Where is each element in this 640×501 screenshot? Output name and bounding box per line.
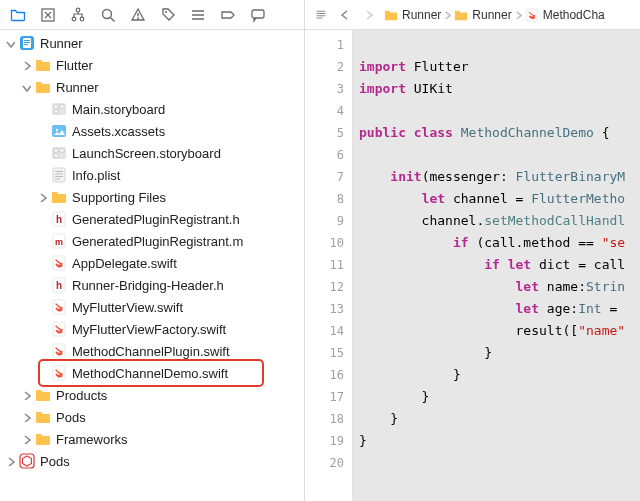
chevron-down-icon[interactable]: [20, 81, 32, 93]
code-line[interactable]: if let dict = call: [359, 254, 640, 276]
file-tree-item-label: AppDelegate.swift: [72, 256, 177, 271]
issue-navigator-tab[interactable]: [124, 3, 152, 27]
breadcrumb-item[interactable]: Runner: [453, 7, 511, 23]
chevron-right-icon: [443, 8, 451, 22]
swift-icon: [50, 320, 68, 338]
line-number: 13: [305, 298, 344, 320]
chevron-right-icon[interactable]: [20, 411, 32, 423]
chevron-right-icon[interactable]: [20, 59, 32, 71]
file-tree-item[interactable]: Supporting Files: [0, 186, 304, 208]
file-tree-item[interactable]: Pods: [0, 406, 304, 428]
pods-icon: [18, 452, 36, 470]
file-tree-item[interactable]: MyFlutterViewFactory.swift: [0, 318, 304, 340]
report-navigator-tab[interactable]: [244, 3, 272, 27]
line-number: 5: [305, 122, 344, 144]
storyboard-icon: [50, 100, 68, 118]
file-tree-item[interactable]: Info.plist: [0, 164, 304, 186]
nav-back-button[interactable]: [335, 5, 355, 25]
code-line[interactable]: }: [359, 342, 640, 364]
chevron-right-icon[interactable]: [20, 389, 32, 401]
test-navigator-tab[interactable]: [154, 3, 182, 27]
code-line[interactable]: [359, 34, 640, 56]
nav-forward-button[interactable]: [359, 5, 379, 25]
chevron-right-icon: [514, 8, 522, 22]
code-line[interactable]: let age:Int =: [359, 298, 640, 320]
code-line[interactable]: }: [359, 364, 640, 386]
file-tree-item[interactable]: GeneratedPluginRegistrant.m: [0, 230, 304, 252]
file-tree-item[interactable]: Assets.xcassets: [0, 120, 304, 142]
file-tree[interactable]: RunnerFlutterRunnerMain.storyboardAssets…: [0, 30, 304, 501]
file-tree-item[interactable]: MyFlutterView.swift: [0, 296, 304, 318]
folder-icon: [453, 7, 469, 23]
file-tree-item[interactable]: Flutter: [0, 54, 304, 76]
code-content[interactable]: import Flutterimport UIKit public class …: [353, 30, 640, 501]
line-number: 16: [305, 364, 344, 386]
file-tree-item-label: Assets.xcassets: [72, 124, 165, 139]
file-tree-item[interactable]: Pods: [0, 450, 304, 472]
line-number: 9: [305, 210, 344, 232]
code-line[interactable]: let name:Strin: [359, 276, 640, 298]
file-tree-item[interactable]: MethodChannelDemo.swift: [0, 362, 304, 384]
chevron-right-icon[interactable]: [20, 433, 32, 445]
line-number: 8: [305, 188, 344, 210]
breadcrumb-item[interactable]: MethodCha: [524, 7, 605, 23]
breadcrumb-label: MethodCha: [543, 8, 605, 22]
code-line[interactable]: }: [359, 386, 640, 408]
file-tree-item[interactable]: MethodChannelPlugin.swift: [0, 340, 304, 362]
code-editor[interactable]: 1234567891011121314151617181920 import F…: [305, 30, 640, 501]
assets-icon: [50, 122, 68, 140]
header-icon: [50, 276, 68, 294]
file-tree-item-label: Pods: [56, 410, 86, 425]
editor-menu-icon[interactable]: [311, 5, 331, 25]
file-tree-item[interactable]: Runner: [0, 32, 304, 54]
file-tree-item-label: MethodChannelPlugin.swift: [72, 344, 230, 359]
file-tree-item-label: MethodChannelDemo.swift: [72, 366, 228, 381]
file-tree-item[interactable]: Runner: [0, 76, 304, 98]
debug-navigator-tab[interactable]: [184, 3, 212, 27]
line-number: 19: [305, 430, 344, 452]
chevron-right-icon[interactable]: [4, 455, 16, 467]
code-line[interactable]: result(["name": [359, 320, 640, 342]
code-line[interactable]: [359, 100, 640, 122]
breadcrumb-item[interactable]: Runner: [383, 7, 441, 23]
code-line[interactable]: if (call.method == "se: [359, 232, 640, 254]
file-tree-item-label: Runner: [40, 36, 83, 51]
code-line[interactable]: }: [359, 408, 640, 430]
code-line[interactable]: let channel = FlutterMetho: [359, 188, 640, 210]
line-number-gutter: 1234567891011121314151617181920: [305, 30, 353, 501]
file-tree-item[interactable]: Runner-Bridging-Header.h: [0, 274, 304, 296]
chevron-right-icon[interactable]: [36, 191, 48, 203]
line-number: 14: [305, 320, 344, 342]
code-line[interactable]: }: [359, 430, 640, 452]
symbol-navigator-tab[interactable]: [64, 3, 92, 27]
file-tree-item[interactable]: Frameworks: [0, 428, 304, 450]
navigator-toolbar: [0, 0, 304, 30]
file-tree-item-label: Products: [56, 388, 107, 403]
code-line[interactable]: public class MethodChannelDemo {: [359, 122, 640, 144]
breadcrumb-label: Runner: [402, 8, 441, 22]
line-number: 2: [305, 56, 344, 78]
line-number: 4: [305, 100, 344, 122]
code-line[interactable]: [359, 452, 640, 474]
breakpoint-navigator-tab[interactable]: [214, 3, 242, 27]
impl-icon: [50, 232, 68, 250]
code-line[interactable]: import Flutter: [359, 56, 640, 78]
file-tree-item[interactable]: Products: [0, 384, 304, 406]
project-navigator-tab[interactable]: [4, 3, 32, 27]
source-control-tab[interactable]: [34, 3, 62, 27]
find-navigator-tab[interactable]: [94, 3, 122, 27]
breadcrumb-label: Runner: [472, 8, 511, 22]
swift-icon: [50, 254, 68, 272]
folder-icon: [34, 56, 52, 74]
code-line[interactable]: init(messenger: FlutterBinaryM: [359, 166, 640, 188]
file-tree-item[interactable]: GeneratedPluginRegistrant.h: [0, 208, 304, 230]
breadcrumb[interactable]: RunnerRunnerMethodCha: [383, 7, 605, 23]
file-tree-item[interactable]: LaunchScreen.storyboard: [0, 142, 304, 164]
chevron-down-icon[interactable]: [4, 37, 16, 49]
file-tree-item-label: MyFlutterView.swift: [72, 300, 183, 315]
file-tree-item[interactable]: AppDelegate.swift: [0, 252, 304, 274]
file-tree-item[interactable]: Main.storyboard: [0, 98, 304, 120]
code-line[interactable]: import UIKit: [359, 78, 640, 100]
code-line[interactable]: [359, 144, 640, 166]
code-line[interactable]: channel.setMethodCallHandl: [359, 210, 640, 232]
